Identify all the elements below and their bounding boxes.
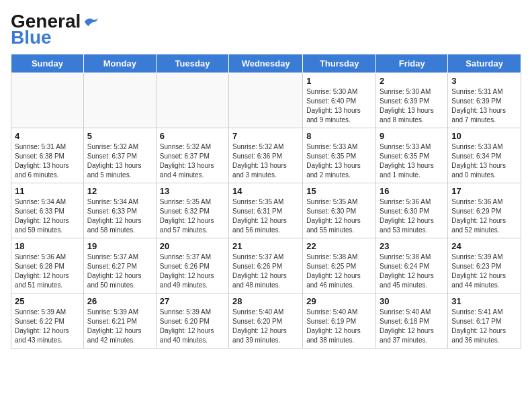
day-cell: 1Sunrise: 5:30 AM Sunset: 6:40 PM Daylig… — [303, 73, 376, 128]
day-info: Sunrise: 5:41 AM Sunset: 6:17 PM Dayligh… — [451, 308, 517, 345]
logo-blue: Blue — [11, 27, 52, 48]
day-cell: 27Sunrise: 5:39 AM Sunset: 6:20 PM Dayli… — [156, 293, 228, 349]
day-info: Sunrise: 5:39 AM Sunset: 6:21 PM Dayligh… — [87, 308, 152, 345]
day-cell: 8Sunrise: 5:33 AM Sunset: 6:35 PM Daylig… — [303, 128, 376, 183]
day-info: Sunrise: 5:36 AM Sunset: 6:29 PM Dayligh… — [451, 197, 517, 235]
day-info: Sunrise: 5:36 AM Sunset: 6:28 PM Dayligh… — [15, 253, 80, 290]
weekday-header-wednesday: Wednesday — [229, 54, 303, 73]
day-cell: 11Sunrise: 5:34 AM Sunset: 6:33 PM Dayli… — [11, 183, 84, 238]
day-cell — [83, 73, 156, 128]
day-cell: 20Sunrise: 5:37 AM Sunset: 6:26 PM Dayli… — [156, 238, 228, 293]
day-number: 1 — [306, 76, 372, 86]
day-cell: 10Sunrise: 5:33 AM Sunset: 6:34 PM Dayli… — [448, 128, 521, 183]
day-number: 12 — [87, 186, 152, 196]
day-info: Sunrise: 5:37 AM Sunset: 6:27 PM Dayligh… — [87, 253, 152, 290]
day-info: Sunrise: 5:34 AM Sunset: 6:33 PM Dayligh… — [87, 197, 152, 235]
day-cell: 3Sunrise: 5:31 AM Sunset: 6:39 PM Daylig… — [448, 73, 521, 128]
week-row-1: 1Sunrise: 5:30 AM Sunset: 6:40 PM Daylig… — [11, 73, 521, 128]
week-row-5: 25Sunrise: 5:39 AM Sunset: 6:22 PM Dayli… — [11, 293, 521, 349]
weekday-header-monday: Monday — [83, 54, 156, 73]
day-number: 22 — [306, 241, 372, 251]
day-info: Sunrise: 5:35 AM Sunset: 6:30 PM Dayligh… — [306, 197, 372, 235]
day-info: Sunrise: 5:40 AM Sunset: 6:18 PM Dayligh… — [380, 308, 444, 345]
day-number: 24 — [451, 241, 517, 251]
day-cell: 16Sunrise: 5:36 AM Sunset: 6:30 PM Dayli… — [376, 183, 448, 238]
weekday-header-thursday: Thursday — [303, 54, 376, 73]
day-info: Sunrise: 5:34 AM Sunset: 6:33 PM Dayligh… — [15, 197, 80, 235]
day-info: Sunrise: 5:39 AM Sunset: 6:22 PM Dayligh… — [15, 308, 80, 345]
day-info: Sunrise: 5:40 AM Sunset: 6:19 PM Dayligh… — [306, 308, 372, 345]
day-cell: 5Sunrise: 5:32 AM Sunset: 6:37 PM Daylig… — [83, 128, 156, 183]
day-info: Sunrise: 5:39 AM Sunset: 6:20 PM Dayligh… — [160, 308, 225, 345]
day-info: Sunrise: 5:35 AM Sunset: 6:32 PM Dayligh… — [160, 197, 225, 235]
day-cell: 17Sunrise: 5:36 AM Sunset: 6:29 PM Dayli… — [448, 183, 521, 238]
logo-bird-icon — [83, 15, 98, 28]
day-info: Sunrise: 5:40 AM Sunset: 6:20 PM Dayligh… — [232, 308, 299, 345]
day-info: Sunrise: 5:32 AM Sunset: 6:37 PM Dayligh… — [160, 142, 225, 180]
day-cell: 6Sunrise: 5:32 AM Sunset: 6:37 PM Daylig… — [156, 128, 228, 183]
day-cell: 22Sunrise: 5:38 AM Sunset: 6:25 PM Dayli… — [303, 238, 376, 293]
day-number: 27 — [160, 296, 225, 306]
day-info: Sunrise: 5:39 AM Sunset: 6:23 PM Dayligh… — [451, 253, 517, 290]
day-cell: 31Sunrise: 5:41 AM Sunset: 6:17 PM Dayli… — [448, 293, 521, 349]
day-info: Sunrise: 5:30 AM Sunset: 6:39 PM Dayligh… — [380, 87, 444, 125]
weekday-header-saturday: Saturday — [448, 54, 521, 73]
day-number: 28 — [232, 296, 299, 306]
day-cell — [156, 73, 228, 128]
week-row-4: 18Sunrise: 5:36 AM Sunset: 6:28 PM Dayli… — [11, 238, 521, 293]
day-info: Sunrise: 5:36 AM Sunset: 6:30 PM Dayligh… — [380, 197, 444, 235]
day-cell: 13Sunrise: 5:35 AM Sunset: 6:32 PM Dayli… — [156, 183, 228, 238]
day-info: Sunrise: 5:37 AM Sunset: 6:26 PM Dayligh… — [232, 253, 299, 290]
day-cell: 15Sunrise: 5:35 AM Sunset: 6:30 PM Dayli… — [303, 183, 376, 238]
day-info: Sunrise: 5:33 AM Sunset: 6:35 PM Dayligh… — [380, 142, 444, 180]
day-number: 25 — [15, 296, 80, 306]
day-cell: 9Sunrise: 5:33 AM Sunset: 6:35 PM Daylig… — [376, 128, 448, 183]
day-cell: 21Sunrise: 5:37 AM Sunset: 6:26 PM Dayli… — [229, 238, 303, 293]
day-number: 6 — [160, 131, 225, 141]
day-number: 13 — [160, 186, 225, 196]
weekday-header-tuesday: Tuesday — [156, 54, 228, 73]
day-number: 14 — [232, 186, 299, 196]
day-cell: 25Sunrise: 5:39 AM Sunset: 6:22 PM Dayli… — [11, 293, 84, 349]
day-cell: 7Sunrise: 5:32 AM Sunset: 6:36 PM Daylig… — [229, 128, 303, 183]
day-number: 18 — [15, 241, 80, 251]
day-cell: 4Sunrise: 5:31 AM Sunset: 6:38 PM Daylig… — [11, 128, 84, 183]
day-cell: 28Sunrise: 5:40 AM Sunset: 6:20 PM Dayli… — [229, 293, 303, 349]
day-number: 8 — [306, 131, 372, 141]
day-number: 3 — [451, 76, 517, 86]
day-number: 2 — [380, 76, 444, 86]
logo: General Blue — [11, 11, 98, 48]
day-number: 15 — [306, 186, 372, 196]
weekday-header-row: SundayMondayTuesdayWednesdayThursdayFrid… — [11, 54, 521, 73]
day-info: Sunrise: 5:33 AM Sunset: 6:35 PM Dayligh… — [306, 142, 372, 180]
day-number: 23 — [380, 241, 444, 251]
day-info: Sunrise: 5:30 AM Sunset: 6:40 PM Dayligh… — [306, 87, 372, 125]
day-info: Sunrise: 5:38 AM Sunset: 6:25 PM Dayligh… — [306, 253, 372, 290]
day-info: Sunrise: 5:31 AM Sunset: 6:39 PM Dayligh… — [451, 87, 517, 125]
day-cell: 23Sunrise: 5:38 AM Sunset: 6:24 PM Dayli… — [376, 238, 448, 293]
day-number: 4 — [15, 131, 80, 141]
day-info: Sunrise: 5:38 AM Sunset: 6:24 PM Dayligh… — [380, 253, 444, 290]
day-info: Sunrise: 5:33 AM Sunset: 6:34 PM Dayligh… — [451, 142, 517, 180]
day-number: 21 — [232, 241, 299, 251]
week-row-2: 4Sunrise: 5:31 AM Sunset: 6:38 PM Daylig… — [11, 128, 521, 183]
day-info: Sunrise: 5:31 AM Sunset: 6:38 PM Dayligh… — [15, 142, 80, 180]
day-number: 20 — [160, 241, 225, 251]
day-cell: 18Sunrise: 5:36 AM Sunset: 6:28 PM Dayli… — [11, 238, 84, 293]
day-number: 7 — [232, 131, 299, 141]
day-info: Sunrise: 5:37 AM Sunset: 6:26 PM Dayligh… — [160, 253, 225, 290]
day-number: 10 — [451, 131, 517, 141]
day-number: 16 — [380, 186, 444, 196]
day-cell: 2Sunrise: 5:30 AM Sunset: 6:39 PM Daylig… — [376, 73, 448, 128]
day-number: 26 — [87, 296, 152, 306]
weekday-header-friday: Friday — [376, 54, 448, 73]
day-number: 19 — [87, 241, 152, 251]
day-info: Sunrise: 5:32 AM Sunset: 6:36 PM Dayligh… — [232, 142, 299, 180]
day-number: 9 — [380, 131, 444, 141]
day-cell: 26Sunrise: 5:39 AM Sunset: 6:21 PM Dayli… — [83, 293, 156, 349]
day-number: 5 — [87, 131, 152, 141]
day-cell: 19Sunrise: 5:37 AM Sunset: 6:27 PM Dayli… — [83, 238, 156, 293]
day-cell — [229, 73, 303, 128]
day-cell: 29Sunrise: 5:40 AM Sunset: 6:19 PM Dayli… — [303, 293, 376, 349]
header: General Blue — [11, 11, 521, 48]
